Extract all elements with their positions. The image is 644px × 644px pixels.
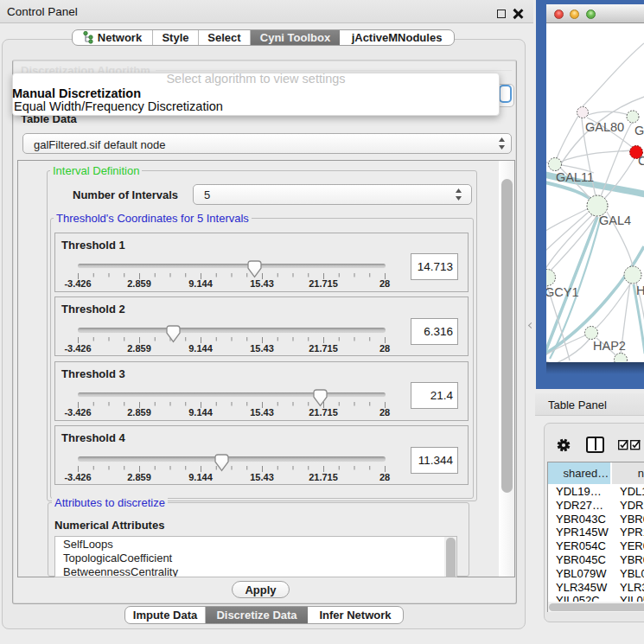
svg-text:HAP2: HAP2	[593, 339, 626, 353]
svg-text:GAL11: GAL11	[556, 170, 594, 184]
svg-text:GCY1: GCY1	[546, 285, 579, 299]
svg-text:GA: GA	[634, 124, 644, 137]
svg-text:GAL4: GAL4	[599, 214, 631, 227]
svg-text:CY: CY	[638, 154, 644, 168]
svg-text:HA: HA	[636, 284, 644, 297]
svg-text:GAL80: GAL80	[585, 120, 624, 134]
